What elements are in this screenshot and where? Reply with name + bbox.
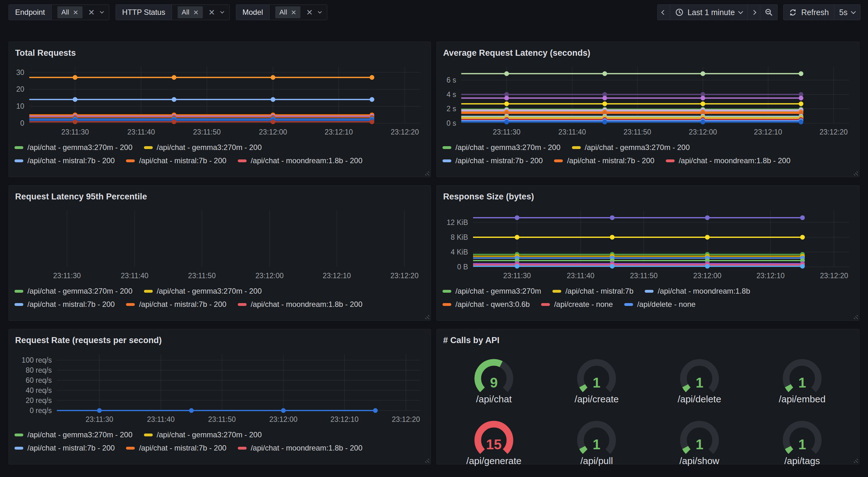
clear-selection-icon[interactable]: ✕ bbox=[306, 8, 313, 17]
legend-item[interactable]: /api/chat - moondream:1.8b - 200 bbox=[238, 300, 363, 309]
series-point[interactable] bbox=[799, 96, 803, 100]
legend-item[interactable]: /api/chat - mistral:7b - 200 bbox=[442, 156, 542, 165]
series-point[interactable] bbox=[172, 75, 176, 80]
legend-item[interactable]: /api/chat - moondream:1.8b - 200 bbox=[238, 444, 363, 452]
filter-chip[interactable]: All ✕ bbox=[57, 6, 83, 18]
filter-chip[interactable]: All ✕ bbox=[178, 6, 203, 18]
filter-value-endpoint[interactable]: All ✕ ✕ bbox=[51, 5, 109, 20]
legend-item[interactable]: /api/chat - mistral:7b - 200 bbox=[126, 156, 226, 165]
legend-item[interactable]: /api/chat - mistral:7b - 200 bbox=[14, 444, 115, 452]
series-point[interactable] bbox=[705, 264, 710, 268]
time-series-chart[interactable]: 23:11:3023:11:4023:11:5023:12:0023:12:10… bbox=[14, 349, 425, 424]
time-series-plot[interactable]: 23:11:3023:11:4023:11:5023:12:0023:12:10… bbox=[14, 349, 425, 424]
chevron-down-icon[interactable] bbox=[318, 9, 322, 13]
series-point[interactable] bbox=[800, 235, 805, 239]
time-series-plot[interactable]: 23:11:3023:11:4023:11:5023:12:0023:12:10… bbox=[14, 61, 425, 137]
series-point[interactable] bbox=[610, 264, 615, 268]
legend-item[interactable]: /api/chat - gemma3:270m - 200 bbox=[14, 287, 133, 296]
remove-chip-icon[interactable]: ✕ bbox=[291, 9, 297, 16]
filter-chip[interactable]: All ✕ bbox=[275, 6, 301, 18]
legend-item[interactable]: /api/create - none bbox=[541, 300, 613, 309]
series-point[interactable] bbox=[369, 119, 374, 124]
series-point[interactable] bbox=[73, 119, 78, 124]
legend-item[interactable]: /api/chat - gemma3:270m - 200 bbox=[572, 143, 690, 152]
legend-item[interactable]: /api/chat - mistral:7b - 200 bbox=[126, 444, 226, 452]
series-point[interactable] bbox=[610, 235, 615, 239]
series-point[interactable] bbox=[515, 264, 519, 268]
series-point[interactable] bbox=[281, 408, 286, 413]
legend-item[interactable]: /api/chat - gemma3:270m - 200 bbox=[14, 143, 133, 152]
series-point[interactable] bbox=[504, 120, 509, 124]
time-shift-back-button[interactable] bbox=[658, 5, 670, 20]
panel-resize-handle[interactable] bbox=[424, 170, 429, 176]
panel-resize-handle[interactable] bbox=[424, 314, 429, 319]
legend-item[interactable]: /api/chat - gemma3:270m - 200 bbox=[144, 430, 262, 439]
time-range-picker-button[interactable]: Last 1 minute bbox=[670, 5, 747, 20]
time-series-chart[interactable]: 23:11:3023:11:4023:11:5023:12:0023:12:10… bbox=[442, 205, 854, 280]
legend-item[interactable]: /api/chat - moondream:1.8b - 200 bbox=[238, 156, 363, 165]
legend-item[interactable]: /api/chat - gemma3:270m bbox=[442, 287, 541, 296]
legend-item[interactable]: /api/chat - qwen3:0.6b bbox=[442, 300, 530, 309]
clear-selection-icon[interactable]: ✕ bbox=[88, 8, 95, 17]
time-series-chart[interactable]: 23:11:3023:11:4023:11:5023:12:0023:12:10… bbox=[14, 205, 425, 280]
legend-item[interactable]: /api/chat - mistral:7b - 200 bbox=[14, 300, 115, 309]
series-point[interactable] bbox=[515, 215, 519, 220]
series-point[interactable] bbox=[271, 97, 275, 102]
chevron-down-icon[interactable] bbox=[100, 9, 104, 13]
series-point[interactable] bbox=[610, 215, 615, 220]
legend-item[interactable]: /api/chat - gemma3:270m - 200 bbox=[442, 143, 561, 152]
legend-item[interactable]: /api/delete - none bbox=[624, 300, 695, 309]
legend-item[interactable]: /api/chat - moondream:1.8b - 200 bbox=[666, 156, 790, 165]
legend-item[interactable]: /api/chat - mistral:7b - 200 bbox=[14, 156, 115, 165]
series-point[interactable] bbox=[73, 75, 78, 80]
series-point[interactable] bbox=[705, 215, 710, 220]
series-point[interactable] bbox=[172, 119, 176, 124]
series-point[interactable] bbox=[602, 71, 607, 76]
series-point[interactable] bbox=[799, 71, 803, 76]
clear-selection-icon[interactable]: ✕ bbox=[209, 8, 215, 17]
remove-chip-icon[interactable]: ✕ bbox=[193, 9, 199, 16]
legend-item[interactable]: /api/chat - gemma3:270m - 200 bbox=[144, 287, 262, 296]
series-point[interactable] bbox=[701, 120, 705, 124]
time-series-plot[interactable]: 23:11:3023:11:4023:11:5023:12:0023:12:10… bbox=[14, 205, 425, 280]
series-point[interactable] bbox=[799, 101, 803, 106]
series-point[interactable] bbox=[701, 71, 705, 76]
series-point[interactable] bbox=[369, 97, 374, 102]
series-point[interactable] bbox=[504, 101, 509, 106]
refresh-button[interactable]: Refresh bbox=[784, 5, 834, 20]
time-shift-forward-button[interactable] bbox=[747, 5, 760, 20]
series-point[interactable] bbox=[701, 101, 705, 106]
series-point[interactable] bbox=[271, 75, 275, 80]
legend-item[interactable]: /api/chat - mistral:7b - 200 bbox=[554, 156, 654, 165]
panel-resize-handle[interactable] bbox=[424, 457, 429, 463]
series-point[interactable] bbox=[369, 75, 374, 80]
series-point[interactable] bbox=[602, 120, 607, 124]
legend-item[interactable]: /api/chat - mistral:7b bbox=[552, 287, 633, 296]
remove-chip-icon[interactable]: ✕ bbox=[73, 9, 79, 16]
series-point[interactable] bbox=[705, 235, 710, 239]
legend-item[interactable]: /api/chat - gemma3:270m - 200 bbox=[14, 430, 133, 439]
chevron-down-icon[interactable] bbox=[220, 9, 224, 13]
series-point[interactable] bbox=[373, 408, 378, 413]
series-point[interactable] bbox=[189, 408, 194, 413]
time-series-plot[interactable]: 23:11:3023:11:4023:11:5023:12:0023:12:10… bbox=[442, 61, 854, 137]
zoom-out-time-button[interactable] bbox=[760, 5, 777, 20]
series-point[interactable] bbox=[800, 264, 805, 268]
refresh-interval-button[interactable]: 5s bbox=[834, 5, 860, 20]
series-point[interactable] bbox=[602, 101, 607, 106]
series-point[interactable] bbox=[97, 408, 102, 413]
series-point[interactable] bbox=[701, 96, 705, 100]
time-series-chart[interactable]: 23:11:3023:11:4023:11:5023:12:0023:12:10… bbox=[442, 61, 854, 137]
series-point[interactable] bbox=[73, 97, 78, 102]
series-point[interactable] bbox=[515, 235, 519, 239]
legend-item[interactable]: /api/chat - moondream:1.8b bbox=[645, 287, 750, 296]
series-point[interactable] bbox=[799, 120, 803, 124]
series-point[interactable] bbox=[271, 119, 275, 124]
series-point[interactable] bbox=[172, 97, 176, 102]
time-series-plot[interactable]: 23:11:3023:11:4023:11:5023:12:0023:12:10… bbox=[442, 205, 854, 280]
series-point[interactable] bbox=[504, 71, 509, 76]
panel-resize-handle[interactable] bbox=[852, 314, 858, 319]
legend-item[interactable]: /api/chat - gemma3:270m - 200 bbox=[144, 143, 262, 152]
filter-value-model[interactable]: All ✕ ✕ bbox=[269, 5, 327, 20]
series-point[interactable] bbox=[800, 215, 805, 220]
